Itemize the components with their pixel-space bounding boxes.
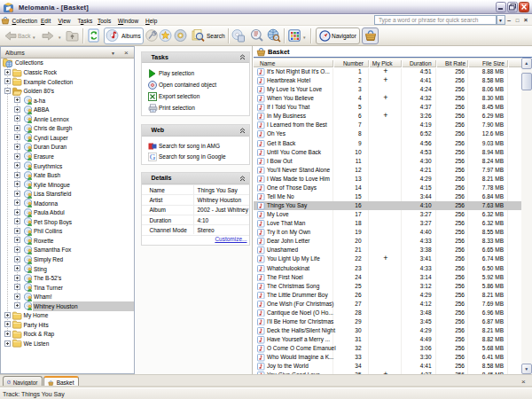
svg-text:G: G [150,153,156,161]
